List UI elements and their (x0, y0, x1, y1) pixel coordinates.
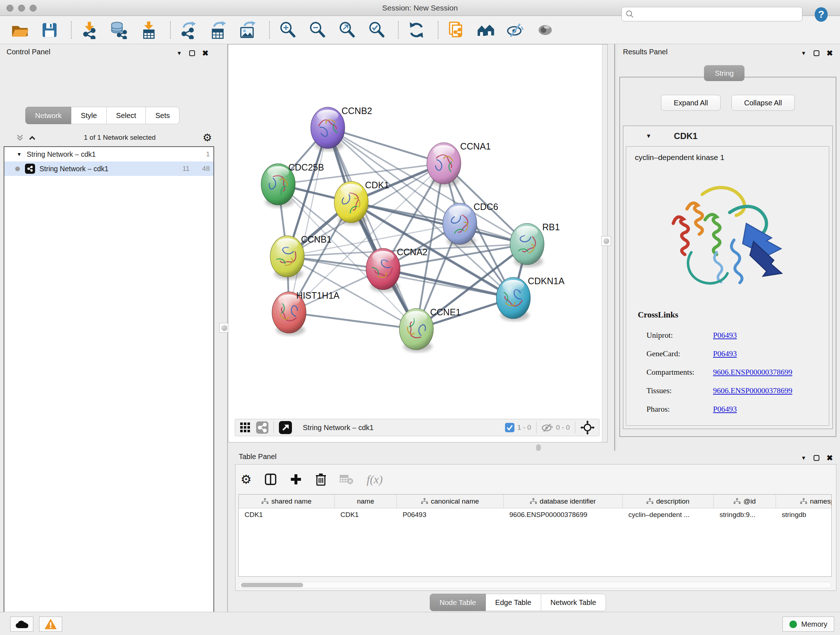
delete-column-icon[interactable] (315, 473, 327, 486)
close-panel-icon[interactable]: ✖ (827, 454, 833, 462)
add-column-icon[interactable] (290, 473, 302, 486)
close-panel-icon[interactable]: ✖ (827, 49, 833, 57)
network-node-CCNB1[interactable]: CCNB1 (270, 234, 332, 279)
network-node-CDC25B[interactable]: CDC25B (261, 162, 324, 207)
birds-eye-crosshair-icon[interactable] (580, 420, 595, 435)
scrollbar-thumb[interactable] (241, 583, 303, 587)
network-node-CCNE1[interactable]: CCNE1 (399, 307, 461, 352)
network-row[interactable]: String Network – cdk1 11 48 (4, 162, 213, 176)
zoom-in-button[interactable] (277, 19, 298, 41)
zoom-selected-button[interactable] (366, 19, 387, 41)
crosslink-link[interactable]: P06493 (713, 405, 737, 414)
zoom-fit-button[interactable] (336, 19, 357, 41)
panel-menu-icon[interactable]: ▼ (801, 455, 806, 461)
float-panel-icon[interactable] (813, 455, 819, 461)
hidden-eye-icon[interactable] (542, 423, 553, 432)
search-input[interactable] (634, 10, 793, 18)
tab-network[interactable]: Network (25, 107, 71, 124)
memory-button[interactable]: Memory (783, 616, 834, 632)
open-in-window-icon[interactable] (279, 421, 292, 434)
network-node-CCNB2[interactable]: CCNB2 (311, 106, 372, 151)
collection-expand-icon[interactable]: ▼ (17, 151, 22, 157)
float-panel-icon[interactable] (813, 50, 819, 56)
tab-string[interactable]: String (704, 65, 745, 81)
collapse-all-icon[interactable] (15, 133, 25, 142)
export-image-button[interactable] (237, 19, 258, 41)
panel-menu-icon[interactable]: ▼ (177, 50, 182, 56)
crosslink-link[interactable]: 9606.ENSP00000378699 (713, 386, 792, 395)
crosslink-link[interactable]: 9606.ENSP00000378699 (713, 368, 792, 377)
cloud-button[interactable] (10, 616, 33, 632)
column-header-database-identifier[interactable]: database identifier (504, 494, 622, 508)
network-node-CCNA1[interactable]: CCNA1 (427, 141, 491, 187)
column-header-shared-name[interactable]: shared name (239, 494, 335, 508)
hide-unhide-button[interactable] (505, 19, 526, 41)
show-graphics-button[interactable] (535, 19, 556, 41)
maximize-window-button[interactable] (30, 5, 36, 11)
network-node-HIST1H1A[interactable]: HIST1H1A (272, 290, 340, 336)
network-options-gear-icon[interactable]: ⚙ (202, 133, 212, 143)
panel-menu-icon[interactable]: ▼ (801, 50, 806, 56)
share-view-icon[interactable] (256, 421, 268, 434)
homology-networks-button[interactable] (475, 19, 496, 41)
tab-edge-table[interactable]: Edge Table (486, 594, 541, 611)
table-cell[interactable]: stringdb (776, 508, 832, 521)
table-options-gear-icon[interactable]: ⚙ (240, 473, 251, 486)
zoom-out-button[interactable] (307, 19, 328, 41)
crosslink-link[interactable]: P06493 (713, 349, 737, 358)
show-columns-icon[interactable] (264, 473, 277, 486)
column-header--id[interactable]: @id (714, 494, 776, 508)
table-cell[interactable]: CDK1 (239, 508, 335, 521)
function-builder-icon[interactable]: f(x) (366, 473, 382, 486)
table-cell[interactable]: CDK1 (335, 508, 397, 521)
network-graph[interactable]: CCNB2CCNA1CDC25BCDK1CDC6RB1CCNB1CCNA2CDK… (228, 44, 607, 442)
tab-network-table[interactable]: Network Table (541, 594, 606, 611)
float-panel-icon[interactable] (189, 50, 195, 56)
export-network-button[interactable] (178, 19, 199, 41)
minimize-window-button[interactable] (18, 5, 25, 11)
tab-select[interactable]: Select (107, 107, 146, 124)
grid-view-icon[interactable] (240, 422, 251, 433)
table-hscrollbar[interactable] (238, 582, 832, 588)
selected-checkbox-icon[interactable] (505, 423, 515, 432)
network-node-CDC6[interactable]: CDC6 (443, 202, 498, 247)
gene-section-header[interactable]: ▼ CDK1 (623, 126, 832, 146)
export-table-button[interactable] (208, 19, 229, 41)
import-network-file-button[interactable] (79, 19, 100, 41)
refresh-view-button[interactable] (406, 19, 427, 41)
network-node-RB1[interactable]: RB1 (510, 222, 560, 267)
string-import-button[interactable] (446, 19, 467, 41)
section-expand-icon[interactable]: ▼ (646, 133, 652, 139)
help-button[interactable]: ? (813, 6, 829, 22)
left-splitter-handle[interactable] (219, 323, 229, 333)
table-row[interactable]: CDK1CDK1P064939606.ENSP00000378699cyclin… (239, 508, 831, 521)
expand-all-icon[interactable] (27, 133, 37, 142)
tab-node-table[interactable]: Node Table (430, 594, 486, 611)
close-window-button[interactable] (6, 5, 13, 11)
close-panel-icon[interactable]: ✖ (202, 49, 209, 57)
column-header-description[interactable]: description (622, 494, 714, 508)
delete-table-icon[interactable] (340, 474, 354, 485)
warnings-button[interactable] (39, 616, 62, 632)
network-node-CDKN1A[interactable]: CDKN1A (496, 276, 565, 321)
crosslink-link[interactable]: P06493 (713, 331, 737, 340)
open-session-button[interactable] (9, 19, 30, 41)
import-table-button[interactable] (138, 19, 159, 41)
expand-all-button[interactable]: Expand All (661, 95, 721, 111)
table-cell[interactable]: stringdb:9... (714, 508, 776, 521)
network-collection-row[interactable]: ▼ String Network – cdk1 1 (4, 147, 213, 162)
bottom-splitter-handle[interactable] (536, 444, 541, 451)
table-cell[interactable]: P06493 (397, 508, 504, 521)
column-header-name[interactable]: name (335, 494, 397, 508)
column-header-namespace[interactable]: namespace (776, 494, 832, 508)
right-splitter-handle[interactable] (601, 236, 611, 246)
table-cell[interactable]: 9606.ENSP00000378699 (504, 508, 622, 521)
network-node-CCNA2[interactable]: CCNA2 (366, 247, 428, 292)
network-canvas[interactable]: CCNB2CCNA1CDC25BCDK1CDC6RB1CCNB1CCNA2CDK… (228, 44, 608, 442)
table-cell[interactable]: cyclin–dependent ... (622, 508, 714, 521)
tab-sets[interactable]: Sets (146, 107, 180, 124)
tab-style[interactable]: Style (71, 107, 106, 124)
column-header-canonical-name[interactable]: canonical name (397, 494, 504, 508)
import-network-database-button[interactable] (109, 19, 129, 41)
collapse-all-button[interactable]: Collapse All (731, 95, 795, 111)
